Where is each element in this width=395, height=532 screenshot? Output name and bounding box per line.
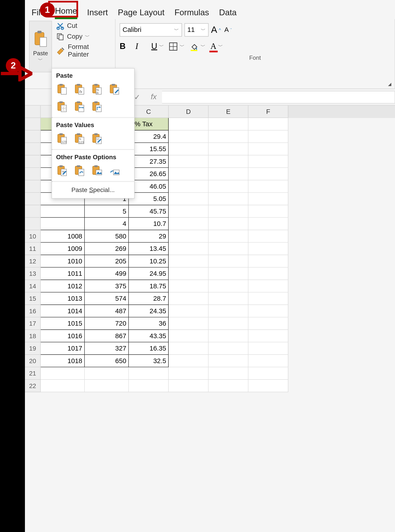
cell[interactable]	[169, 193, 208, 205]
paste-no-borders-button[interactable]	[56, 101, 69, 113]
paste-dropdown-chevron-icon[interactable]: ﹀	[38, 56, 43, 63]
paste-formatting-button[interactable]: %	[56, 165, 69, 177]
tab-formulas[interactable]: Formulas	[175, 8, 209, 19]
cell[interactable]	[208, 342, 249, 355]
underline-button[interactable]: U ﹀	[151, 42, 164, 51]
paste-keep-source-formatting-button[interactable]	[109, 83, 121, 96]
cell[interactable]: 867	[85, 330, 129, 342]
cell[interactable]: 5% Tax	[129, 118, 169, 131]
cell[interactable]: 13.45	[129, 242, 169, 255]
cell[interactable]	[248, 218, 288, 230]
cell[interactable]	[169, 205, 208, 218]
cell[interactable]	[208, 255, 249, 268]
cell[interactable]	[248, 193, 288, 205]
paste-picture-button[interactable]	[91, 165, 104, 177]
bold-button[interactable]: B	[120, 42, 131, 51]
cell[interactable]: 327	[85, 342, 129, 355]
cell[interactable]: 574	[85, 292, 129, 305]
paste-formulas-number-formatting-button[interactable]: %fx	[91, 83, 104, 96]
row-header[interactable]: 13	[25, 268, 41, 280]
row-header[interactable]	[25, 218, 41, 230]
cell[interactable]	[248, 155, 288, 168]
cell[interactable]	[169, 168, 208, 180]
cell[interactable]	[169, 292, 208, 305]
row-header[interactable]: 22	[25, 380, 41, 392]
cell[interactable]: 1011	[41, 268, 85, 280]
paste-link-button[interactable]	[73, 165, 86, 177]
row-header[interactable]: 19	[25, 342, 41, 355]
paste-all-button[interactable]	[56, 83, 69, 96]
cell[interactable]: 10.25	[129, 255, 169, 268]
cell[interactable]: 375	[85, 280, 129, 293]
cell[interactable]: 26.65	[129, 168, 169, 180]
cell[interactable]	[208, 143, 249, 155]
font-color-button[interactable]: A ﹀	[210, 42, 223, 51]
cell[interactable]: 36	[129, 317, 169, 330]
cell[interactable]: 1010	[41, 255, 85, 268]
cell[interactable]: 1016	[41, 330, 85, 342]
cell[interactable]	[248, 255, 288, 268]
tab-page-layout[interactable]: Page Layout	[118, 8, 165, 19]
cell[interactable]: 487	[85, 305, 129, 318]
cell[interactable]: 24.95	[129, 268, 169, 280]
cell[interactable]	[169, 342, 208, 355]
col-header[interactable]: F	[248, 105, 288, 118]
cell[interactable]	[208, 292, 249, 305]
cell[interactable]	[169, 143, 208, 155]
cell[interactable]: 499	[85, 268, 129, 280]
row-header[interactable]: 18	[25, 330, 41, 342]
cell[interactable]	[169, 268, 208, 280]
row-header[interactable]: 17	[25, 317, 41, 330]
cell[interactable]	[169, 155, 208, 168]
cell[interactable]: 205	[85, 255, 129, 268]
cell[interactable]: 4	[85, 218, 129, 230]
row-header[interactable]: 16	[25, 305, 41, 318]
borders-button[interactable]: ﹀	[169, 42, 185, 51]
cell[interactable]	[208, 330, 249, 342]
tab-insert[interactable]: Insert	[87, 8, 108, 19]
cell[interactable]	[248, 268, 288, 280]
cell[interactable]	[248, 367, 288, 380]
paste-transpose-button[interactable]	[91, 101, 104, 113]
cell[interactable]	[41, 205, 85, 218]
cell[interactable]: 1012	[41, 280, 85, 293]
row-header[interactable]	[25, 155, 41, 168]
cell[interactable]: 5.05	[129, 193, 169, 205]
decrease-font-size-button[interactable]: Aˇ	[224, 26, 235, 34]
cell[interactable]: 32.5	[129, 355, 169, 367]
cell[interactable]	[169, 305, 208, 318]
row-header[interactable]	[25, 118, 41, 131]
cell[interactable]	[41, 218, 85, 230]
cell[interactable]	[248, 205, 288, 218]
col-header[interactable]: C	[129, 105, 169, 118]
paste-values-button[interactable]: 123	[56, 132, 69, 145]
row-header[interactable]	[25, 168, 41, 180]
cell[interactable]	[208, 218, 249, 230]
italic-button[interactable]: I	[135, 42, 146, 51]
row-header[interactable]: 20	[25, 355, 41, 367]
row-header[interactable]	[25, 205, 41, 218]
cell[interactable]: 720	[85, 317, 129, 330]
cell[interactable]: 29	[129, 230, 169, 243]
row-header[interactable]	[25, 143, 41, 155]
paste-special-button[interactable]: Paste Special...	[52, 182, 134, 197]
cell[interactable]: 1008	[41, 230, 85, 243]
row-header[interactable]: 10	[25, 230, 41, 243]
cell[interactable]	[208, 268, 249, 280]
cell[interactable]	[248, 280, 288, 293]
cut-button[interactable]: Cut	[55, 21, 113, 31]
cell[interactable]	[248, 143, 288, 155]
cell[interactable]: 1018	[41, 355, 85, 367]
cell[interactable]	[208, 155, 249, 168]
cell[interactable]	[248, 342, 288, 355]
cell[interactable]	[248, 118, 288, 131]
cell[interactable]: 43.35	[129, 330, 169, 342]
row-header[interactable]: 21	[25, 367, 41, 380]
format-painter-button[interactable]: Format Painter	[55, 43, 113, 59]
cell[interactable]	[169, 180, 208, 193]
select-all-corner[interactable]	[25, 105, 41, 118]
paste-button[interactable]: Paste ﹀	[29, 21, 52, 72]
cell[interactable]: 46.05	[129, 180, 169, 193]
cell[interactable]: 28.7	[129, 292, 169, 305]
cell[interactable]	[129, 367, 169, 380]
